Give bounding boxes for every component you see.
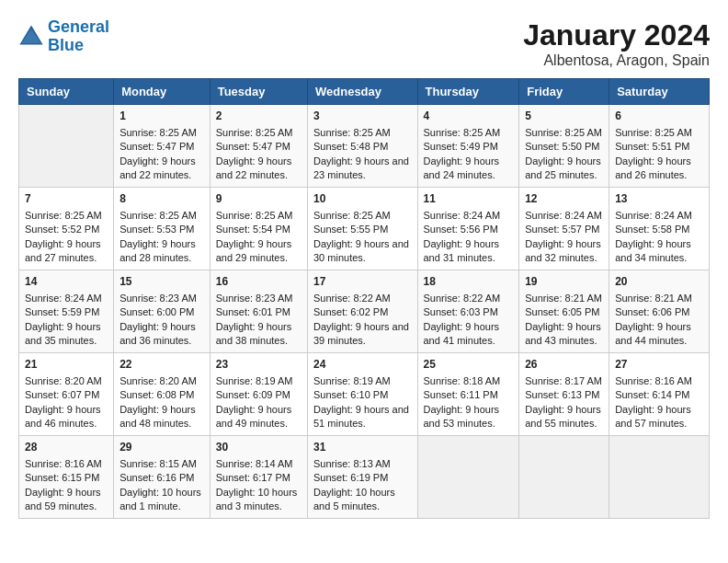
calendar-cell: 6Sunrise: 8:25 AMSunset: 5:51 PMDaylight… — [609, 105, 710, 188]
week-row-4: 21Sunrise: 8:20 AMSunset: 6:07 PMDayligh… — [19, 353, 710, 436]
header-day-monday: Monday — [114, 79, 210, 105]
location-subtitle: Albentosa, Aragon, Spain — [523, 52, 710, 69]
day-number: 16 — [216, 274, 301, 290]
calendar-cell: 5Sunrise: 8:25 AMSunset: 5:50 PMDaylight… — [519, 105, 609, 188]
calendar-cell: 2Sunrise: 8:25 AMSunset: 5:47 PMDaylight… — [210, 105, 307, 188]
day-number: 5 — [525, 109, 603, 124]
day-number: 30 — [216, 440, 301, 455]
calendar-cell: 28Sunrise: 8:16 AMSunset: 6:15 PMDayligh… — [19, 436, 114, 519]
calendar-cell: 9Sunrise: 8:25 AMSunset: 5:54 PMDaylight… — [210, 188, 307, 270]
calendar-cell: 18Sunrise: 8:22 AMSunset: 6:03 PMDayligh… — [417, 270, 519, 353]
week-row-5: 28Sunrise: 8:16 AMSunset: 6:15 PMDayligh… — [19, 436, 710, 519]
day-number: 2 — [216, 109, 301, 124]
calendar-cell: 7Sunrise: 8:25 AMSunset: 5:52 PMDaylight… — [19, 188, 114, 270]
calendar-cell — [19, 105, 114, 188]
day-number: 12 — [525, 191, 603, 207]
week-row-2: 7Sunrise: 8:25 AMSunset: 5:52 PMDaylight… — [19, 188, 710, 270]
header-day-thursday: Thursday — [417, 79, 519, 105]
calendar-cell — [519, 436, 609, 519]
day-number: 29 — [119, 440, 204, 455]
day-number: 25 — [424, 357, 514, 373]
month-title: January 2024 — [523, 18, 710, 52]
calendar-cell: 13Sunrise: 8:24 AMSunset: 5:58 PMDayligh… — [609, 188, 710, 270]
logo: General Blue — [18, 18, 109, 55]
calendar-cell: 24Sunrise: 8:19 AMSunset: 6:10 PMDayligh… — [308, 353, 418, 436]
calendar-cell — [609, 436, 710, 519]
calendar-table: SundayMondayTuesdayWednesdayThursdayFrid… — [18, 78, 710, 519]
header-day-sunday: Sunday — [19, 79, 114, 105]
day-number: 23 — [216, 357, 301, 373]
day-number: 13 — [615, 191, 703, 207]
calendar-cell — [417, 436, 519, 519]
calendar-cell: 16Sunrise: 8:23 AMSunset: 6:01 PMDayligh… — [210, 270, 307, 353]
header-day-tuesday: Tuesday — [210, 79, 307, 105]
day-number: 18 — [424, 274, 514, 290]
calendar-cell: 26Sunrise: 8:17 AMSunset: 6:13 PMDayligh… — [519, 353, 609, 436]
day-number: 19 — [525, 274, 603, 290]
header: General Blue January 2024 Albentosa, Ara… — [18, 18, 710, 69]
calendar-cell: 19Sunrise: 8:21 AMSunset: 6:05 PMDayligh… — [519, 270, 609, 353]
calendar-header: SundayMondayTuesdayWednesdayThursdayFrid… — [19, 79, 710, 105]
calendar-cell: 14Sunrise: 8:24 AMSunset: 5:59 PMDayligh… — [19, 270, 114, 353]
logo-line2: Blue — [48, 36, 84, 54]
day-number: 4 — [424, 109, 514, 124]
calendar-cell: 3Sunrise: 8:25 AMSunset: 5:48 PMDaylight… — [308, 105, 418, 188]
day-number: 11 — [424, 191, 514, 207]
day-number: 6 — [615, 109, 703, 124]
calendar-cell: 20Sunrise: 8:21 AMSunset: 6:06 PMDayligh… — [609, 270, 710, 353]
week-row-1: 1Sunrise: 8:25 AMSunset: 5:47 PMDaylight… — [19, 105, 710, 188]
calendar-cell: 22Sunrise: 8:20 AMSunset: 6:08 PMDayligh… — [114, 353, 210, 436]
day-number: 28 — [25, 440, 108, 455]
day-number: 8 — [119, 191, 204, 207]
day-number: 15 — [119, 274, 204, 290]
day-number: 21 — [25, 357, 108, 373]
header-day-friday: Friday — [519, 79, 609, 105]
calendar-cell: 12Sunrise: 8:24 AMSunset: 5:57 PMDayligh… — [519, 188, 609, 270]
day-number: 7 — [25, 191, 108, 207]
day-number: 10 — [313, 191, 412, 207]
day-number: 14 — [25, 274, 108, 290]
calendar-cell: 11Sunrise: 8:24 AMSunset: 5:56 PMDayligh… — [417, 188, 519, 270]
logo-icon — [18, 24, 44, 50]
logo-text: General Blue — [48, 18, 109, 55]
day-number: 20 — [615, 274, 703, 290]
day-number: 24 — [313, 357, 412, 373]
calendar-cell: 1Sunrise: 8:25 AMSunset: 5:47 PMDaylight… — [114, 105, 210, 188]
day-number: 26 — [525, 357, 603, 373]
week-row-3: 14Sunrise: 8:24 AMSunset: 5:59 PMDayligh… — [19, 270, 710, 353]
calendar-cell: 27Sunrise: 8:16 AMSunset: 6:14 PMDayligh… — [609, 353, 710, 436]
day-number: 31 — [313, 440, 412, 455]
header-day-saturday: Saturday — [609, 79, 710, 105]
calendar-cell: 17Sunrise: 8:22 AMSunset: 6:02 PMDayligh… — [308, 270, 418, 353]
calendar-cell: 31Sunrise: 8:13 AMSunset: 6:19 PMDayligh… — [308, 436, 418, 519]
svg-marker-1 — [22, 29, 41, 42]
day-number: 17 — [313, 274, 412, 290]
calendar-cell: 23Sunrise: 8:19 AMSunset: 6:09 PMDayligh… — [210, 353, 307, 436]
calendar-cell: 25Sunrise: 8:18 AMSunset: 6:11 PMDayligh… — [417, 353, 519, 436]
calendar-cell: 30Sunrise: 8:14 AMSunset: 6:17 PMDayligh… — [210, 436, 307, 519]
calendar-cell: 8Sunrise: 8:25 AMSunset: 5:53 PMDaylight… — [114, 188, 210, 270]
calendar-cell: 4Sunrise: 8:25 AMSunset: 5:49 PMDaylight… — [417, 105, 519, 188]
header-row: SundayMondayTuesdayWednesdayThursdayFrid… — [19, 79, 710, 105]
header-day-wednesday: Wednesday — [308, 79, 418, 105]
title-section: January 2024 Albentosa, Aragon, Spain — [523, 18, 710, 69]
day-number: 9 — [216, 191, 301, 207]
logo-line1: General — [48, 17, 109, 36]
calendar-cell: 15Sunrise: 8:23 AMSunset: 6:00 PMDayligh… — [114, 270, 210, 353]
calendar-cell: 29Sunrise: 8:15 AMSunset: 6:16 PMDayligh… — [114, 436, 210, 519]
calendar-cell: 10Sunrise: 8:25 AMSunset: 5:55 PMDayligh… — [308, 188, 418, 270]
calendar-body: 1Sunrise: 8:25 AMSunset: 5:47 PMDaylight… — [19, 105, 710, 519]
day-number: 27 — [615, 357, 703, 373]
day-number: 22 — [119, 357, 204, 373]
day-number: 3 — [313, 109, 412, 124]
calendar-cell: 21Sunrise: 8:20 AMSunset: 6:07 PMDayligh… — [19, 353, 114, 436]
day-number: 1 — [119, 109, 204, 124]
